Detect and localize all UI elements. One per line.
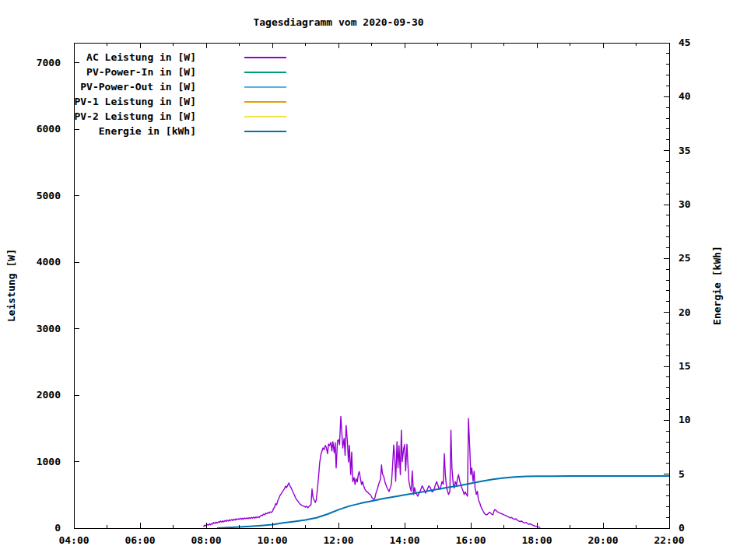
y-right-tick-label: 5: [679, 468, 685, 480]
legend-label: Energie in [kWh]: [47, 125, 196, 137]
y-left-tick-label: 3000: [37, 323, 61, 334]
legend-row: AC Leistung in [W]: [47, 50, 286, 65]
y-right-tick-label: 15: [679, 360, 691, 372]
legend-row: PV-2 Leistung in [W]: [47, 109, 286, 124]
y-left-tick-label: 1000: [37, 456, 61, 467]
x-tick-label: 04:00: [58, 534, 89, 546]
y-right-tick-label: 40: [679, 90, 691, 102]
legend-label: PV-1 Leistung in [W]: [47, 96, 196, 107]
x-tick-label: 16:00: [455, 534, 486, 546]
legend-line-swatch: [244, 57, 286, 58]
legend-line-swatch: [244, 131, 286, 132]
y-left-tick-label: 0: [54, 522, 61, 534]
legend-row: PV-Power-In in [W]: [47, 65, 286, 79]
x-tick-label: 08:00: [191, 534, 221, 546]
x-tick-label: 10:00: [257, 534, 287, 546]
y-left-tick-label: 2000: [37, 389, 61, 401]
y-right-tick-label: 20: [679, 306, 691, 318]
legend-line-swatch: [244, 101, 286, 103]
y-right-tick-label: 35: [679, 145, 691, 156]
legend-label: PV-2 Leistung in [W]: [47, 110, 196, 122]
x-tick-label: 22:00: [654, 534, 684, 546]
series-line-ac-leistung-in-w-: [204, 416, 541, 527]
y-left-tick-label: 4000: [37, 256, 61, 268]
y-right-tick-label: 30: [679, 198, 691, 210]
x-tick-label: 14:00: [389, 534, 419, 546]
y-right-tick-label: 25: [679, 252, 691, 264]
legend-row: PV-1 Leistung in [W]: [47, 94, 286, 109]
legend-row: PV-Power-Out in [W]: [47, 79, 286, 94]
legend-line-swatch: [244, 72, 286, 73]
y-right-tick-label: 10: [679, 414, 691, 425]
x-tick-label: 06:00: [124, 534, 155, 546]
legend-line-swatch: [244, 86, 286, 88]
legend-label: PV-Power-Out in [W]: [47, 81, 196, 93]
y-right-tick-label: 0: [679, 522, 685, 534]
x-tick-label: 18:00: [521, 534, 552, 546]
y-left-tick-label: 5000: [37, 190, 61, 201]
x-tick-label: 20:00: [587, 534, 618, 546]
legend-line-swatch: [244, 116, 286, 117]
legend-label: PV-Power-In in [W]: [47, 66, 196, 78]
chart-canvas: Tagesdiagramm vom 2020-09-30 Leistung [W…: [0, 0, 747, 560]
legend-label: AC Leistung in [W]: [47, 51, 196, 63]
y-right-tick-label: 45: [679, 37, 691, 48]
legend-row: Energie in [kWh]: [47, 124, 286, 138]
x-tick-label: 12:00: [323, 534, 353, 546]
